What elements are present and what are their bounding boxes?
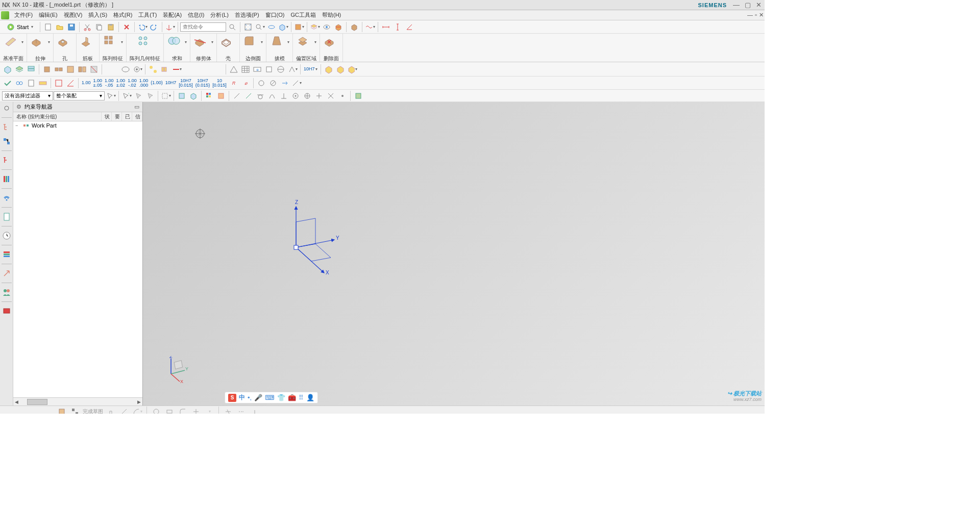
ime-keyboard-icon[interactable]: ⌨	[265, 394, 275, 401]
ime-logo-icon[interactable]: S	[228, 394, 236, 402]
dim-style-4[interactable]: 1.00 ±.02	[115, 79, 127, 88]
open-button[interactable]	[54, 21, 65, 33]
zoom-button[interactable]: ▾	[254, 21, 265, 33]
tb4-frame[interactable]	[53, 78, 64, 89]
tb3-table[interactable]	[240, 64, 251, 75]
tool-button-1[interactable]	[349, 21, 360, 33]
sel-perp[interactable]	[278, 90, 289, 102]
dim-style-3[interactable]: 1.00 -.05	[104, 79, 115, 88]
menu-window[interactable]: 窗口(O)	[262, 10, 288, 20]
save-button[interactable]	[66, 21, 77, 33]
sub-restore-button[interactable]: ▫	[755, 12, 757, 18]
menu-preferences[interactable]: 首选项(P)	[232, 10, 262, 20]
sketch-finish[interactable]	[56, 406, 67, 414]
tb3-tol3[interactable]	[275, 64, 286, 75]
menu-assemblies[interactable]: 装配(A)	[160, 10, 185, 20]
datum-csys[interactable]: Z Y X	[281, 199, 342, 282]
nav-col-info[interactable]: 信	[132, 112, 142, 121]
sel-line1[interactable]	[231, 90, 242, 102]
ribbon-offset-region[interactable]: ▾ 偏置区域	[293, 34, 320, 62]
app-icon[interactable]	[1, 11, 9, 19]
tb3-cube2[interactable]	[335, 64, 346, 75]
cut-button[interactable]	[82, 21, 93, 33]
sel-line2[interactable]	[243, 90, 254, 102]
sel-line3[interactable]	[255, 90, 266, 102]
scroll-thumb[interactable]	[27, 399, 47, 405]
sb-part-nav[interactable]	[2, 122, 12, 132]
nav-pin-icon[interactable]: ▭	[134, 104, 139, 110]
sel-b3[interactable]	[133, 90, 144, 102]
sk-point[interactable]	[190, 406, 202, 414]
ribbon-pattern-geometry[interactable]: 阵列几何特征	[127, 34, 164, 62]
graphics-viewport[interactable]: Z Y X Z Y X	[143, 102, 765, 406]
dim-style-2[interactable]: 1.00 ±.05	[92, 79, 104, 88]
sb-manuf[interactable]	[2, 268, 12, 279]
csys-button[interactable]: ▾	[164, 21, 176, 33]
dim-style-7[interactable]: (1.00)	[150, 81, 164, 85]
sk-line[interactable]	[118, 406, 130, 414]
tb3-btn-11[interactable]	[148, 64, 159, 75]
ribbon-trim-body[interactable]: ▾ 修剪体	[190, 34, 217, 62]
sel-b2[interactable]: +▾	[121, 90, 132, 102]
tb3-cube1[interactable]	[323, 64, 334, 75]
rotate-button[interactable]	[266, 21, 277, 33]
dim-a-button[interactable]	[404, 21, 415, 33]
sel-center[interactable]	[290, 90, 301, 102]
sel-b1[interactable]: ▾	[105, 90, 116, 102]
nav-settings-icon[interactable]: ⚙	[16, 104, 21, 110]
tree-row-workpart[interactable]: − Work Part	[13, 121, 142, 130]
new-button[interactable]	[42, 21, 54, 33]
render-style-button[interactable]: ▾	[293, 21, 305, 33]
ime-skin-icon[interactable]: 👕	[277, 394, 285, 401]
sk-trim[interactable]	[223, 406, 234, 414]
tb4-line3[interactable]: ▾	[291, 78, 302, 89]
tb3-btn-2[interactable]	[14, 64, 25, 75]
ribbon-rib[interactable]: 筋板	[77, 34, 100, 62]
tb3-tol1[interactable]: ⊕	[252, 64, 263, 75]
nav-col-req[interactable]: 要	[112, 112, 122, 121]
copy-button[interactable]	[93, 21, 105, 33]
dim-style-8[interactable]: 10H7	[164, 81, 178, 85]
sk-arc[interactable]: ▾	[132, 406, 143, 414]
sb-sys[interactable]	[2, 306, 12, 316]
sb-process[interactable]	[2, 249, 12, 260]
sel-quad[interactable]	[302, 90, 313, 102]
ribbon-unite[interactable]: ▾ 求和	[164, 34, 190, 62]
sb-gear[interactable]	[2, 103, 12, 113]
sel-snap[interactable]	[353, 90, 364, 102]
sb-assembly-nav[interactable]	[2, 136, 12, 146]
ribbon-edge-blend[interactable]: ▾ 边倒圆	[240, 34, 266, 62]
tb4-r1[interactable]: R	[228, 78, 239, 89]
sk-dropdown[interactable]: ▾	[204, 406, 215, 414]
tb3-btn-1[interactable]	[2, 64, 13, 75]
ime-user-icon[interactable]: 👤	[306, 394, 314, 401]
search-go-button[interactable]	[227, 21, 238, 33]
close-button[interactable]: ✕	[755, 1, 763, 9]
sel-curve[interactable]	[266, 90, 278, 102]
tb3-btn-10[interactable]: ▾	[132, 64, 143, 75]
show-hide-button[interactable]	[321, 21, 332, 33]
tb4-check[interactable]	[2, 78, 13, 89]
nav-tree[interactable]: − Work Part	[13, 121, 142, 397]
menu-tools[interactable]: 工具(T)	[135, 10, 160, 20]
tb3-btn-3[interactable]	[26, 64, 37, 75]
sel-body[interactable]	[188, 90, 199, 102]
ribbon-delete-face[interactable]: 删除面	[320, 34, 343, 62]
menu-insert[interactable]: 插入(S)	[85, 10, 110, 20]
tb3-btn-9[interactable]	[120, 64, 131, 75]
sk-rect2[interactable]	[164, 406, 175, 414]
sb-hd3d[interactable]	[2, 193, 12, 203]
fit-button[interactable]	[242, 21, 254, 33]
ribbon-draft[interactable]: ▾ 拔模	[266, 34, 293, 62]
sk-profile[interactable]	[105, 406, 116, 414]
sb-roles[interactable]	[2, 287, 12, 297]
tb3-btn-12[interactable]	[159, 64, 170, 75]
dim-h-button[interactable]	[380, 21, 391, 33]
sk-fillet[interactable]	[177, 406, 188, 414]
menu-analysis[interactable]: 分析(L)	[207, 10, 231, 20]
sketch-name[interactable]	[69, 406, 81, 414]
tb4-b4[interactable]	[37, 78, 48, 89]
ime-toolbox-icon[interactable]: 🧰	[288, 394, 296, 401]
dim-style-6[interactable]: 1.00 .000	[138, 79, 150, 88]
tb4-circ2[interactable]	[267, 78, 279, 89]
